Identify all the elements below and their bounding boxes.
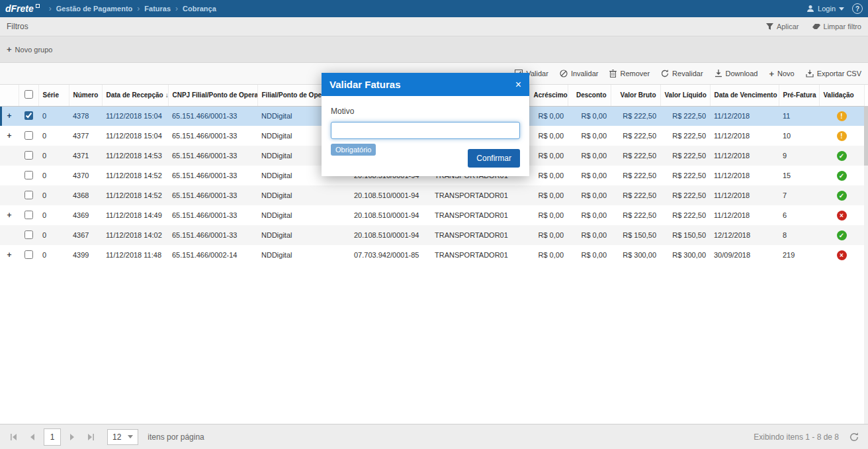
clear-filter-label: Limpar filtro [824, 23, 861, 30]
select-all-checkbox[interactable] [24, 90, 33, 99]
clear-filter-button[interactable]: Limpar filtro [812, 23, 861, 30]
dialog-header: Validar Faturas × [322, 73, 529, 96]
row-expand-toggle[interactable]: + [0, 106, 19, 126]
export-csv-button[interactable]: Exportar CSV [806, 70, 861, 77]
cell-acrescimo: R$ 0,00 [529, 106, 568, 126]
trash-icon [609, 70, 617, 77]
row-expand-toggle[interactable] [0, 146, 19, 166]
header-acrescimo[interactable]: Acréscimo [529, 85, 568, 106]
current-page-button[interactable]: 1 [44, 428, 61, 446]
eraser-icon [812, 23, 820, 30]
first-page-button[interactable] [7, 430, 21, 444]
cell-acrescimo: R$ 0,00 [529, 126, 568, 146]
breadcrumb-item-faturas[interactable]: Faturas [144, 5, 171, 13]
table-row[interactable]: + 0 4369 11/12/2018 14:49 65.151.466/000… [0, 205, 864, 225]
cell-vencimento: 11/12/2018 [710, 166, 779, 185]
cell-pre-fatura: 11 [779, 106, 819, 126]
cell-pre-fatura: 8 [779, 225, 819, 245]
vertical-scrollbar-thumb[interactable] [864, 106, 868, 166]
table-row[interactable]: 0 4368 11/12/2018 14:52 65.151.466/0001-… [0, 185, 864, 205]
row-checkbox[interactable] [24, 111, 33, 120]
header-valor-bruto[interactable]: Valor Bruto [611, 85, 660, 106]
cell-desconto: R$ 0,00 [568, 205, 611, 225]
cell-cnpj-filial: 65.151.466/0001-33 [168, 106, 257, 126]
header-validacao[interactable]: Validação [819, 85, 864, 106]
cell-numero: 4370 [69, 166, 102, 185]
table-row[interactable]: + 0 4399 11/12/2018 11:48 65.151.466/000… [0, 245, 864, 265]
motivo-label: Motivo [331, 107, 520, 116]
invalidate-label: Invalidar [571, 70, 599, 77]
dialog-title: Validar Faturas [329, 79, 401, 90]
remove-label: Remover [620, 70, 650, 77]
table-row[interactable]: 0 4367 11/12/2018 14:02 65.151.466/0001-… [0, 225, 864, 245]
help-button[interactable]: ? [852, 3, 863, 14]
topbar-right: Login ? [806, 3, 863, 14]
breadcrumb-item-cobranca[interactable]: Cobrança [183, 5, 216, 13]
motivo-input[interactable] [331, 122, 520, 139]
row-expand-toggle[interactable] [0, 166, 19, 185]
header-vencimento[interactable]: Data de Vencimento [710, 85, 779, 106]
new-button[interactable]: + Novo [769, 69, 794, 79]
row-expand-toggle[interactable] [0, 225, 19, 245]
revalidate-button[interactable]: Revalidar [661, 70, 703, 77]
cell-numero: 4371 [69, 146, 102, 166]
download-button[interactable]: Download [715, 70, 758, 77]
cell-valor-bruto: R$ 222,50 [611, 146, 660, 166]
logo[interactable]: dFrete [5, 3, 40, 14]
row-expand-toggle[interactable] [0, 185, 19, 205]
dialog-body: Motivo Obrigatório Confirmar [322, 96, 529, 176]
cell-valor-liquido: R$ 222,50 [660, 126, 710, 146]
refresh-icon [849, 432, 859, 442]
row-checkbox[interactable] [24, 191, 33, 199]
breadcrumb-item-gestao[interactable]: Gestão de Pagamento [56, 5, 133, 13]
login-menu[interactable]: Login [806, 5, 844, 13]
header-cnpj-filial[interactable]: CNPJ Filial/Ponto de Operação [168, 85, 257, 106]
confirm-button[interactable]: Confirmar [468, 149, 520, 168]
new-group-button[interactable]: + Novo grupo [7, 44, 52, 54]
export-csv-label: Exportar CSV [817, 70, 861, 77]
page-size-select[interactable]: 12 [107, 429, 138, 445]
apply-filter-button[interactable]: Aplicar [766, 23, 799, 30]
header-pre-fatura[interactable]: Pré-Fatura [779, 85, 819, 106]
cell-acrescimo: R$ 0,00 [529, 205, 568, 225]
plus-icon: + [7, 44, 12, 54]
invalidate-button[interactable]: Invalidar [560, 70, 599, 77]
first-page-icon [11, 434, 17, 440]
chevron-down-icon [839, 7, 844, 11]
top-bar: dFrete › Gestão de Pagamento › Faturas ›… [0, 0, 868, 17]
validation-status-icon [837, 151, 847, 161]
row-select-cell [19, 126, 38, 146]
row-expand-toggle[interactable]: + [0, 126, 19, 146]
row-checkbox[interactable] [24, 250, 33, 259]
refresh-grid-button[interactable] [847, 430, 861, 444]
row-select-cell [19, 146, 38, 166]
cell-serie: 0 [38, 185, 69, 205]
refresh-icon [661, 70, 669, 77]
row-checkbox[interactable] [24, 230, 33, 239]
remove-button[interactable]: Remover [609, 70, 650, 77]
cell-valor-bruto: R$ 150,50 [611, 225, 660, 245]
row-expand-toggle[interactable]: + [0, 245, 19, 265]
row-expand-toggle[interactable]: + [0, 205, 19, 225]
header-desconto[interactable]: Desconto [568, 85, 611, 106]
row-checkbox[interactable] [24, 151, 33, 160]
header-serie[interactable]: Série [38, 85, 69, 106]
header-valor-liquido[interactable]: Valor Líquido [660, 85, 710, 106]
row-select-cell [19, 166, 38, 185]
next-page-button[interactable] [65, 430, 79, 444]
validation-status-icon [837, 211, 847, 221]
header-numero[interactable]: Número [69, 85, 102, 106]
row-checkbox[interactable] [24, 171, 33, 179]
cell-valor-bruto: R$ 222,50 [611, 205, 660, 225]
last-page-button[interactable] [83, 430, 98, 444]
row-checkbox[interactable] [24, 131, 33, 140]
close-icon[interactable]: × [515, 79, 521, 90]
cell-serie: 0 [38, 106, 69, 126]
header-recepcao[interactable]: Data de Recepção↓ [102, 85, 168, 106]
row-checkbox[interactable] [24, 211, 33, 219]
cell-cnpj-transportadora: 20.108.510/0001-94 [350, 185, 431, 205]
download-icon [715, 70, 722, 77]
breadcrumb-separator: › [137, 4, 140, 13]
prev-page-button[interactable] [25, 430, 40, 444]
dialog-footer: Obrigatório Confirmar [331, 139, 520, 168]
